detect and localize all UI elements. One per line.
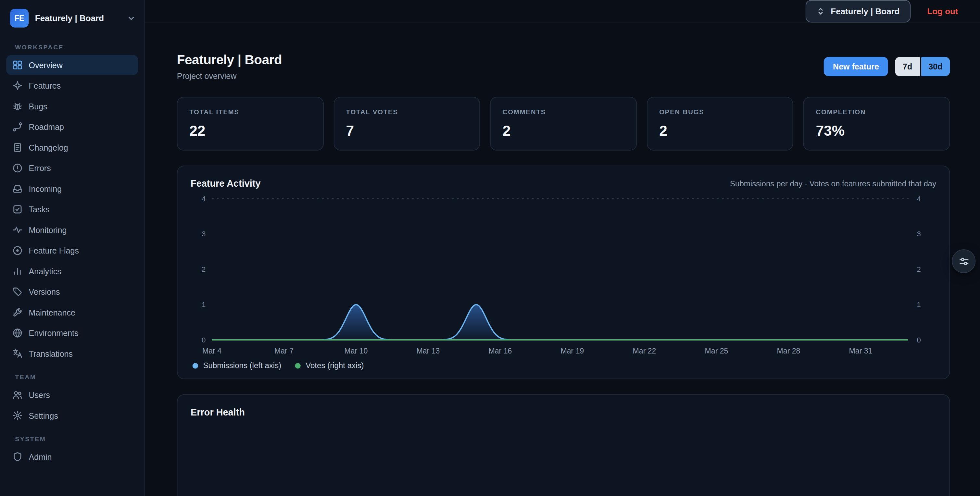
legend-dot: [192, 362, 198, 368]
tag-icon: [12, 287, 22, 297]
sidebar-section-workspace: WORKSPACEOverviewFeaturesBugsRoadmapChan…: [6, 44, 138, 364]
changelog-icon: [12, 143, 22, 153]
chevrons-up-down-icon: [816, 7, 825, 16]
alert-circle-icon: [12, 163, 22, 173]
workspace-name: Featurely | Board: [35, 13, 104, 23]
sidebar-item-label: Incoming: [29, 184, 62, 194]
svg-text:1: 1: [202, 300, 205, 309]
stat-card-comments: COMMENTS2: [490, 97, 637, 151]
sidebar-item-analytics[interactable]: Analytics: [6, 261, 138, 281]
svg-text:4: 4: [202, 195, 205, 203]
app-window: FE Featurely | Board WORKSPACEOverviewFe…: [0, 0, 980, 496]
main-area: Featurely | Board Log out Featurely | Bo…: [145, 0, 980, 496]
workspace-switcher-button[interactable]: Featurely | Board: [806, 0, 910, 22]
sidebar-item-label: Users: [29, 390, 50, 400]
sidebar-item-translations[interactable]: Translations: [6, 344, 138, 364]
sidebar-item-label: Maintenance: [29, 308, 75, 317]
legend-submissions-left-axis: Submissions (left axis): [192, 361, 281, 370]
stat-value: 22: [189, 122, 311, 139]
sidebar: FE Featurely | Board WORKSPACEOverviewFe…: [0, 0, 145, 496]
svg-text:0: 0: [202, 336, 205, 344]
sidebar-item-label: Errors: [29, 163, 51, 173]
sidebar-section-team: TEAMUsersSettings: [6, 374, 138, 426]
feature-activity-card: Feature Activity Submissions per day · V…: [177, 165, 950, 379]
sidebar-item-label: Environments: [29, 328, 79, 338]
page-subtitle: Project overview: [177, 71, 282, 81]
section-label-workspace: WORKSPACE: [15, 44, 129, 51]
sidebar-item-roadmap[interactable]: Roadmap: [6, 117, 138, 137]
sidebar-item-bugs[interactable]: Bugs: [6, 96, 138, 116]
svg-text:1: 1: [917, 300, 921, 309]
chart-title: Feature Activity: [191, 178, 261, 189]
legend-dot: [295, 362, 301, 368]
svg-text:Mar 10: Mar 10: [345, 347, 368, 355]
sidebar-item-users[interactable]: Users: [6, 385, 138, 405]
globe-icon: [12, 328, 22, 338]
svg-text:Mar 4: Mar 4: [202, 347, 221, 355]
panel-toggle-button[interactable]: [952, 249, 975, 273]
svg-text:3: 3: [917, 230, 921, 238]
bug-icon: [12, 101, 22, 111]
new-feature-button[interactable]: New feature: [824, 57, 888, 76]
languages-icon: [12, 349, 22, 359]
page-content: Featurely | Board Project overview New f…: [145, 23, 980, 496]
sidebar-nav: WORKSPACEOverviewFeaturesBugsRoadmapChan…: [0, 44, 145, 467]
stat-label: OPEN BUGS: [659, 108, 781, 116]
sidebar-item-label: Bugs: [29, 102, 48, 111]
wrench-icon: [12, 307, 22, 318]
sparkles-icon: [12, 81, 22, 91]
sidebar-item-feature-flags[interactable]: Feature Flags: [6, 240, 138, 261]
stat-label: TOTAL VOTES: [346, 108, 468, 116]
workspace-logo: FE: [10, 9, 29, 28]
svg-text:2: 2: [917, 265, 921, 273]
sidebar-item-label: Roadmap: [29, 122, 64, 132]
sidebar-item-admin[interactable]: Admin: [6, 447, 138, 467]
section-label-team: TEAM: [15, 374, 129, 380]
logout-link[interactable]: Log out: [927, 6, 958, 16]
sidebar-item-versions[interactable]: Versions: [6, 282, 138, 302]
range-30d-button[interactable]: 30d: [921, 57, 950, 76]
range-7d-button[interactable]: 7d: [895, 57, 920, 76]
sidebar-item-tasks[interactable]: Tasks: [6, 199, 138, 219]
sidebar-workspace-switcher[interactable]: FE Featurely | Board: [0, 0, 145, 34]
page-title: Featurely | Board: [177, 52, 282, 68]
svg-text:Mar 28: Mar 28: [777, 347, 800, 355]
sidebar-item-changelog[interactable]: Changelog: [6, 137, 138, 157]
svg-text:3: 3: [202, 230, 205, 238]
sidebar-item-settings[interactable]: Settings: [6, 405, 138, 426]
inbox-icon: [12, 184, 22, 194]
sidebar-item-label: Feature Flags: [29, 246, 79, 255]
sidebar-item-label: Settings: [29, 411, 58, 420]
sidebar-item-label: Translations: [29, 349, 73, 358]
legend-label: Votes (right axis): [305, 361, 364, 370]
sliders-icon: [959, 256, 969, 267]
sidebar-section-system: SYSTEMAdmin: [6, 436, 138, 467]
sidebar-item-label: Versions: [29, 287, 60, 296]
sidebar-item-incoming[interactable]: Incoming: [6, 178, 138, 199]
sidebar-item-environments[interactable]: Environments: [6, 323, 138, 343]
svg-text:Mar 25: Mar 25: [705, 347, 729, 355]
chart-card-header: Feature Activity Submissions per day · V…: [191, 178, 936, 189]
feature-activity-chart: 0011223344Mar 4Mar 7Mar 10Mar 13Mar 16Ma…: [191, 192, 936, 359]
sidebar-item-label: Analytics: [29, 267, 61, 276]
svg-text:2: 2: [202, 265, 205, 273]
sidebar-item-label: Changelog: [29, 143, 68, 152]
sidebar-item-errors[interactable]: Errors: [6, 158, 138, 178]
stats-row: TOTAL ITEMS22TOTAL VOTES7COMMENTS2OPEN B…: [177, 97, 950, 151]
sidebar-item-features[interactable]: Features: [6, 76, 138, 96]
svg-text:0: 0: [917, 336, 921, 344]
stat-value: 2: [659, 122, 781, 139]
sidebar-item-maintenance[interactable]: Maintenance: [6, 302, 138, 323]
sidebar-item-monitoring[interactable]: Monitoring: [6, 220, 138, 240]
sidebar-item-overview[interactable]: Overview: [6, 55, 138, 75]
chart-legend: Submissions (left axis)Votes (right axis…: [191, 361, 936, 370]
svg-text:Mar 7: Mar 7: [274, 347, 294, 355]
section-label-system: SYSTEM: [15, 436, 129, 442]
check-square-icon: [12, 204, 22, 214]
stat-card-completion: COMPLETION73%: [803, 97, 950, 151]
sidebar-item-label: Overview: [29, 60, 63, 70]
stat-value: 7: [346, 122, 468, 139]
legend-votes-right-axis: Votes (right axis): [295, 361, 364, 370]
svg-text:Mar 16: Mar 16: [489, 347, 512, 355]
legend-label: Submissions (left axis): [203, 361, 282, 370]
